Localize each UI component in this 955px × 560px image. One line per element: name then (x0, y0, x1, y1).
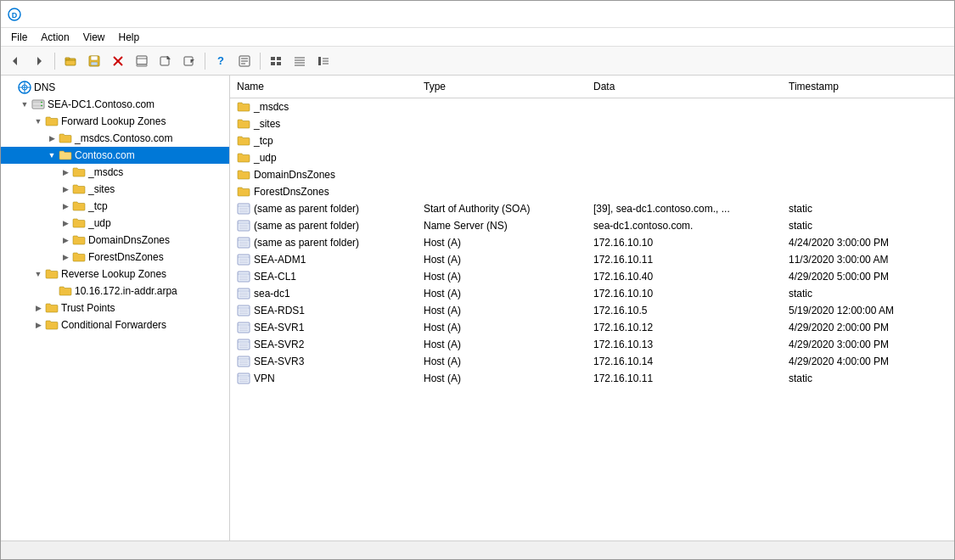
tree-item-dns[interactable]: DNS (1, 79, 229, 96)
table-row[interactable]: SEA-ADM1 Host (A) 172.16.10.11 11/3/2020… (230, 251, 954, 268)
detail-row-tcp[interactable]: _tcp (230, 132, 954, 149)
row-data: 172.16.10.12 (587, 322, 782, 333)
svg-rect-60 (238, 255, 250, 265)
tree-label-server: SEA-DC1.Contoso.com (48, 98, 154, 110)
detail-header: Name Type Data Timestamp (230, 76, 954, 98)
toolbar-open-button[interactable] (59, 50, 81, 72)
svg-rect-25 (277, 57, 281, 60)
col-header-timestamp[interactable]: Timestamp (782, 79, 952, 94)
tree-label-10-16: 10.16.172.in-addr.arpa (75, 285, 177, 297)
folder-msdcs-icon (72, 165, 86, 179)
row-type: Host (A) (417, 271, 587, 283)
toolbar-import-button[interactable] (154, 50, 177, 72)
table-row[interactable]: SEA-SVR2 Host (A) 172.16.10.13 4/29/2020… (230, 336, 954, 353)
col-header-name[interactable]: Name (230, 79, 417, 94)
row-timestamp: 4/29/2020 5:00:00 PM (782, 271, 952, 283)
table-row[interactable]: SEA-SVR3 Host (A) 172.16.10.14 4/29/2020… (230, 353, 954, 370)
forward-button[interactable] (28, 50, 50, 72)
detail-row-domaindns[interactable]: DomainDnsZones (230, 166, 954, 183)
table-row[interactable]: SEA-CL1 Host (A) 172.16.10.40 4/29/2020 … (230, 268, 954, 285)
row-timestamp: 5/19/2020 12:00:00 AM (782, 305, 952, 316)
detail-row-udp[interactable]: _udp (230, 149, 954, 166)
col-header-data[interactable]: Data (587, 79, 782, 94)
tree-item-msdcs[interactable]: ▶ _msdcs (1, 164, 229, 181)
row-data: sea-dc1.contoso.com. (587, 220, 782, 232)
back-button[interactable] (4, 50, 26, 72)
folder-udp-icon (72, 216, 86, 230)
menu-file[interactable]: File (4, 30, 34, 45)
tree-item-fwd-zones[interactable]: ▼ Forward Lookup Zones (1, 113, 229, 130)
tree-toggle-domaindns: ▶ (59, 233, 72, 247)
row-timestamp: 4/29/2020 4:00:00 PM (782, 356, 952, 367)
tree-label-rev: Reverse Lookup Zones (61, 268, 166, 280)
row-data: 172.16.10.5 (587, 305, 782, 316)
toolbar-detail2-button[interactable] (312, 50, 334, 72)
toolbar: ? (1, 47, 954, 76)
tree-item-domaindns[interactable]: ▶ DomainDnsZones (1, 232, 229, 249)
tree-toggle-udp: ▶ (59, 216, 72, 230)
toolbar-export-button[interactable] (131, 50, 153, 72)
menu-view[interactable]: View (76, 30, 112, 45)
tree-item-sites[interactable]: ▶ _sites (1, 181, 229, 198)
row-name-udp: _udp (230, 151, 417, 165)
row-data: 172.16.10.11 (587, 372, 782, 384)
tree-item-forestdns[interactable]: ▶ ForestDnsZones (1, 249, 229, 266)
svg-rect-65 (238, 272, 250, 282)
table-row[interactable]: SEA-RDS1 Host (A) 172.16.10.5 5/19/2020 … (230, 302, 954, 319)
row-type: Host (A) (417, 288, 587, 300)
row-name-msdcs: _msdcs (230, 100, 417, 114)
tree-item-msdcs-contoso[interactable]: ▶ _msdcs.Contoso.com (1, 130, 229, 147)
folder-domaindns-icon (72, 233, 86, 247)
toolbar-delete-button[interactable] (107, 50, 129, 72)
tree-label-udp: _udp (88, 217, 111, 229)
table-row[interactable]: (same as parent folder) Host (A) 172.16.… (230, 234, 954, 251)
row-type: Host (A) (417, 339, 587, 350)
row-name: VPN (230, 372, 417, 385)
menu-action[interactable]: Action (34, 30, 76, 45)
folder-contoso-icon (59, 148, 72, 162)
toolbar-list-button[interactable] (265, 50, 287, 72)
tree-item-tcp[interactable]: ▶ _tcp (1, 198, 229, 215)
minimize-button[interactable] (827, 2, 866, 27)
tree-label-forestdns: ForestDnsZones (88, 251, 164, 263)
detail-row-forestdns[interactable]: ForestDnsZones (230, 183, 954, 200)
detail-row-msdcs[interactable]: _msdcs (230, 98, 954, 115)
folder-tcp-icon (72, 199, 86, 213)
folder-trust-icon (45, 301, 59, 315)
row-type: Host (A) (417, 254, 587, 266)
svg-rect-50 (238, 221, 250, 231)
svg-marker-3 (37, 57, 42, 65)
tree-item-cond-fwd[interactable]: ▶ Conditional Forwarders (1, 316, 229, 333)
tree-item-rev-zones[interactable]: ▼ Reverse Lookup Zones (1, 266, 229, 283)
detail-row-sites[interactable]: _sites (230, 115, 954, 132)
svg-rect-24 (271, 57, 275, 60)
tree-label-sites: _sites (88, 183, 115, 195)
col-header-type[interactable]: Type (417, 79, 587, 94)
row-data: 172.16.10.10 (587, 237, 782, 249)
svg-point-43 (41, 102, 42, 104)
row-type: Name Server (NS) (417, 220, 587, 232)
table-row[interactable]: (same as parent folder) Start of Authori… (230, 200, 954, 217)
tree-item-trust[interactable]: ▶ Trust Points (1, 300, 229, 316)
toolbar-export2-button[interactable] (178, 50, 200, 72)
maximize-button[interactable] (868, 2, 907, 27)
table-row[interactable]: SEA-SVR1 Host (A) 172.16.10.12 4/29/2020… (230, 319, 954, 336)
row-data: [39], sea-dc1.contoso.com., ... (587, 203, 782, 215)
tree-label-fwd: Forward Lookup Zones (61, 115, 166, 127)
menu-help[interactable]: Help (112, 30, 147, 45)
table-row[interactable]: sea-dc1 Host (A) 172.16.10.10 static (230, 285, 954, 302)
close-button[interactable] (908, 2, 947, 27)
tree-item-udp[interactable]: ▶ _udp (1, 215, 229, 232)
toolbar-prop-button[interactable] (233, 50, 256, 72)
toolbar-detail-button[interactable] (289, 50, 311, 72)
toolbar-help-button[interactable]: ? (210, 50, 232, 72)
table-row[interactable]: (same as parent folder) Name Server (NS)… (230, 217, 954, 234)
tree-item-contoso[interactable]: ▼ Contoso.com (1, 147, 229, 164)
toolbar-save-button[interactable] (83, 50, 105, 72)
table-row[interactable]: VPN Host (A) 172.16.10.11 static (230, 370, 954, 387)
app-icon: D (8, 8, 21, 21)
tree-item-10-16-172[interactable]: 10.16.172.in-addr.arpa (1, 283, 229, 300)
tree-item-server[interactable]: ▼ SEA-DC1.Contoso.com (1, 96, 229, 113)
tree-toggle-forestdns: ▶ (59, 250, 72, 264)
svg-rect-8 (91, 62, 98, 65)
